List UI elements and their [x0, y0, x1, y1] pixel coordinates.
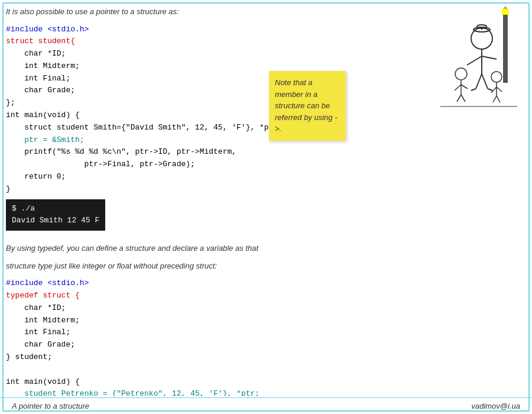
code-member2: char *ID;: [6, 303, 66, 312]
svg-line-8: [467, 56, 482, 65]
svg-line-25: [497, 96, 500, 102]
svg-line-16: [455, 85, 461, 90]
intro-text-2-line2: structure type just like integer or floa…: [6, 260, 526, 272]
code-line: ptr = &Smith;: [6, 134, 526, 147]
code-line: #include <stdio.h>: [6, 277, 526, 290]
code-printf1: printf("%s %d %d %c\n", ptr->ID, ptr->Mi…: [6, 147, 236, 156]
footer-bar: A pointer to a structure vadimov@i.ua: [0, 397, 532, 414]
code-line: char *ID;: [6, 302, 526, 315]
code-line: char Grade;: [6, 339, 526, 351]
code-member: int Midterm;: [6, 62, 80, 70]
code-member2: int Final;: [6, 328, 70, 337]
code-line: [6, 364, 526, 376]
code-decl: struct student Smith={"David Smith", 12,…: [6, 123, 283, 132]
code-member: int Final;: [6, 74, 70, 83]
svg-line-17: [461, 85, 468, 89]
svg-line-19: [461, 95, 465, 102]
code-close: };: [6, 98, 15, 107]
code-line: student Petrenko = {"Petrenko", 12, 45, …: [6, 388, 526, 396]
terminal-1: $ ./a David Smith 12 45 F: [6, 199, 105, 231]
code-line: int Midterm;: [6, 315, 526, 327]
svg-marker-1: [503, 6, 508, 9]
terminal-line: David Smith 12 45 F: [12, 215, 99, 227]
svg-point-14: [455, 68, 467, 80]
code-member: char Grade;: [6, 86, 75, 95]
code-typedef: typedef struct {: [6, 291, 80, 300]
svg-line-23: [497, 87, 502, 92]
code-line: int Final;: [6, 326, 526, 339]
code-typedef-close: } student;: [6, 352, 52, 361]
code-line: int main(void) {: [6, 376, 526, 389]
section-2-intro: By using typedef, you can define a struc…: [6, 242, 526, 271]
svg-point-20: [491, 72, 502, 82]
code-close-brace: }: [6, 185, 11, 193]
code-member2: char Grade;: [6, 340, 75, 349]
code-student-decl: student Petrenko = {"Petrenko", 12, 45, …: [24, 389, 259, 396]
svg-rect-2: [502, 9, 509, 15]
code-decl2: [6, 389, 24, 396]
footer-title: A pointer to a structure: [12, 402, 89, 410]
illustration: [429, 6, 523, 124]
footer-email: vadimov@i.ua: [471, 402, 520, 410]
svg-line-18: [457, 95, 461, 102]
terminal-line: $ ./a: [12, 203, 99, 215]
code-line: }: [6, 183, 526, 196]
code-struct-def: struct student{: [6, 37, 75, 46]
code-member2: int Midterm;: [6, 316, 80, 325]
code-line: typedef struct {: [6, 290, 526, 302]
code-line: return 0;: [6, 171, 526, 183]
code-line: ptr->Final, ptr->Grade);: [6, 159, 526, 171]
svg-line-12: [471, 89, 476, 90]
code-main: int main(void) {: [6, 111, 80, 119]
svg-line-24: [493, 96, 497, 102]
code-block-2: #include <stdio.h> typedef struct { char…: [6, 277, 526, 396]
svg-line-13: [488, 89, 492, 90]
svg-line-11: [482, 74, 488, 89]
code-include: #include <stdio.h>: [6, 25, 89, 34]
code-printf2: ptr->Final, ptr->Grade);: [6, 160, 195, 169]
svg-line-9: [482, 56, 497, 59]
code-ptr-assign: ptr = &Smith;: [6, 135, 85, 144]
code-return: return 0;: [6, 172, 66, 181]
code-line: } student;: [6, 351, 526, 364]
sticky-note: Note that a member in a structure can be…: [269, 71, 346, 141]
code-line: printf("%s %d %d %c\n", ptr->ID, ptr->Mi…: [6, 146, 526, 159]
code-member: char *ID;: [6, 49, 66, 58]
svg-line-10: [476, 74, 482, 89]
code-main2: int main(void) {: [6, 377, 80, 386]
intro-text-2-line1: By using typedef, you can define a struc…: [6, 242, 526, 254]
code-include2: #include <stdio.h>: [6, 279, 89, 287]
